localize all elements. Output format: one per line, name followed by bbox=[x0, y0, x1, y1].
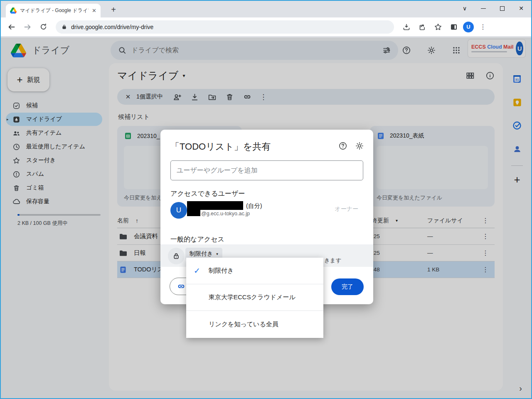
address-bar[interactable]: drive.google.com/drive/my-drive bbox=[56, 20, 394, 34]
dialog-title: 「TODOリスト」を共有 bbox=[170, 140, 271, 153]
share-icon[interactable] bbox=[416, 20, 429, 34]
drive-favicon bbox=[10, 7, 17, 14]
side-panel-icon[interactable] bbox=[447, 20, 461, 34]
browser-menu-icon[interactable]: ⋮ bbox=[476, 20, 490, 34]
check-icon: ✓ bbox=[194, 266, 200, 276]
new-tab-button[interactable]: + bbox=[108, 5, 119, 15]
caret-down-icon: ▾ bbox=[216, 252, 218, 256]
owner-name-redacted bbox=[187, 201, 243, 210]
window-controls: ∨ ✕ bbox=[463, 1, 527, 16]
browser-toolbar: drive.google.com/drive/my-drive U ⋮ bbox=[1, 17, 531, 37]
menu-item-anyone-with-link[interactable]: リンクを知っている全員 bbox=[186, 311, 323, 338]
people-with-access-heading: アクセスできるユーザー bbox=[170, 190, 245, 198]
browser-actions: U ⋮ bbox=[400, 20, 490, 34]
lock-icon bbox=[172, 252, 180, 260]
link-icon bbox=[177, 282, 186, 291]
download-tray-icon[interactable] bbox=[400, 20, 413, 34]
menu-item-label: 東京大学ECCSクラウドメール bbox=[209, 293, 296, 301]
browser-window: マイドライブ - Google ドライブ ✕ + ∨ ✕ drive.googl… bbox=[0, 0, 532, 399]
tab-search-icon[interactable]: ∨ bbox=[463, 5, 467, 12]
owner-avatar: U bbox=[170, 202, 187, 219]
owner-email: @g.ecc.u-tokyo.ac.jp bbox=[201, 211, 250, 217]
forward-icon[interactable] bbox=[21, 20, 34, 34]
tab-close-icon[interactable]: ✕ bbox=[92, 7, 96, 14]
menu-item-organization[interactable]: 東京大学ECCSクラウドメール bbox=[186, 284, 323, 311]
drive-app: ドライブ ECCS Cloud Mail bbox=[1, 37, 531, 398]
owner-row: U (自分) @g.ecc.u-tokyo.ac.jp オーナー bbox=[170, 201, 363, 221]
minimize-button[interactable] bbox=[481, 8, 486, 9]
owner-role: オーナー bbox=[335, 205, 358, 213]
access-level-menu: ✓ 制限付き 東京大学ECCSクラウドメール リンクを知っている全員 bbox=[186, 258, 323, 338]
browser-titlebar: マイドライブ - Google ドライブ ✕ + ∨ ✕ bbox=[1, 1, 531, 17]
reload-icon[interactable] bbox=[37, 20, 50, 34]
owner-self-label: (自分) bbox=[246, 202, 262, 210]
done-button[interactable]: 完了 bbox=[331, 278, 364, 295]
owner-email-redacted bbox=[187, 210, 200, 216]
tab-title: マイドライブ - Google ドライブ bbox=[20, 7, 89, 14]
close-window-button[interactable]: ✕ bbox=[519, 5, 524, 12]
url-text: drive.google.com/drive/my-drive bbox=[71, 24, 153, 30]
back-icon[interactable] bbox=[5, 20, 18, 34]
general-access-heading: 一般的なアクセス bbox=[170, 235, 224, 244]
maximize-button[interactable] bbox=[500, 6, 505, 11]
menu-item-restricted[interactable]: ✓ 制限付き bbox=[186, 258, 323, 284]
restricted-lock-circle bbox=[168, 248, 185, 264]
bookmark-star-icon[interactable] bbox=[431, 20, 445, 34]
dialog-help-icon[interactable] bbox=[338, 141, 347, 152]
access-description-partial: きます bbox=[324, 257, 341, 264]
browser-profile-avatar[interactable]: U bbox=[463, 22, 474, 32]
dialog-settings-icon[interactable] bbox=[355, 141, 364, 152]
lock-icon bbox=[62, 24, 67, 30]
access-level-label: 制限付き bbox=[190, 250, 213, 258]
browser-tab[interactable]: マイドライブ - Google ドライブ ✕ bbox=[6, 4, 101, 17]
menu-item-label: リンクを知っている全員 bbox=[209, 320, 278, 328]
menu-item-label: 制限付き bbox=[209, 267, 234, 275]
add-people-input[interactable] bbox=[170, 160, 363, 180]
